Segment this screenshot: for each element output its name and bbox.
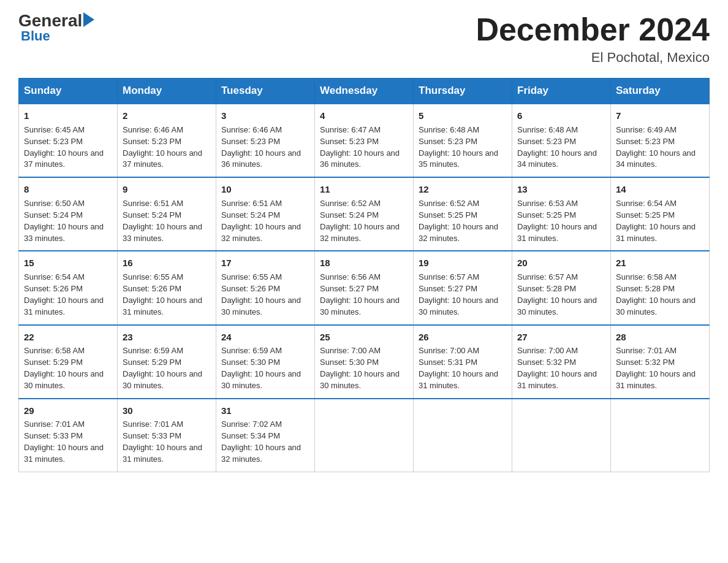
- day-info: Sunrise: 6:57 AMSunset: 5:27 PMDaylight:…: [419, 272, 498, 316]
- calendar-row: 29 Sunrise: 7:01 AMSunset: 5:33 PMDaylig…: [19, 399, 710, 472]
- logo-text-blue: Blue: [21, 28, 50, 44]
- logo-text-general: General: [18, 12, 82, 29]
- day-number: 26: [419, 331, 507, 344]
- table-row: 10 Sunrise: 6:51 AMSunset: 5:24 PMDaylig…: [216, 177, 315, 251]
- calendar-row: 22 Sunrise: 6:58 AMSunset: 5:29 PMDaylig…: [19, 325, 710, 399]
- day-info: Sunrise: 6:56 AMSunset: 5:27 PMDaylight:…: [320, 272, 400, 316]
- logo-arrow-icon: [83, 12, 94, 27]
- table-row: 29 Sunrise: 7:01 AMSunset: 5:33 PMDaylig…: [19, 399, 118, 472]
- day-info: Sunrise: 6:46 AMSunset: 5:23 PMDaylight:…: [123, 125, 202, 169]
- day-number: 22: [24, 331, 112, 344]
- col-sunday: Sunday: [19, 79, 118, 104]
- table-row: 12 Sunrise: 6:52 AMSunset: 5:25 PMDaylig…: [414, 177, 512, 251]
- table-row: 9 Sunrise: 6:51 AMSunset: 5:24 PMDayligh…: [118, 177, 216, 251]
- col-monday: Monday: [118, 79, 216, 104]
- table-row: 15 Sunrise: 6:54 AMSunset: 5:26 PMDaylig…: [19, 251, 118, 324]
- day-number: 6: [517, 109, 605, 123]
- day-info: Sunrise: 7:00 AMSunset: 5:32 PMDaylight:…: [517, 346, 597, 390]
- table-row: 4 Sunrise: 6:47 AMSunset: 5:23 PMDayligh…: [315, 104, 414, 177]
- day-number: 24: [221, 331, 309, 344]
- day-number: 19: [419, 256, 507, 270]
- day-number: 21: [616, 256, 704, 270]
- day-number: 7: [616, 109, 704, 123]
- header-row: Sunday Monday Tuesday Wednesday Thursday…: [19, 79, 710, 104]
- day-number: 18: [320, 256, 408, 270]
- day-info: Sunrise: 7:00 AMSunset: 5:30 PMDaylight:…: [320, 346, 400, 390]
- day-info: Sunrise: 6:54 AMSunset: 5:26 PMDaylight:…: [24, 272, 104, 316]
- table-row: 8 Sunrise: 6:50 AMSunset: 5:24 PMDayligh…: [19, 177, 118, 251]
- day-number: 15: [24, 256, 112, 270]
- table-row: 3 Sunrise: 6:46 AMSunset: 5:23 PMDayligh…: [216, 104, 315, 177]
- table-row: 19 Sunrise: 6:57 AMSunset: 5:27 PMDaylig…: [414, 251, 512, 324]
- table-row: 7 Sunrise: 6:49 AMSunset: 5:23 PMDayligh…: [611, 104, 710, 177]
- table-row: 27 Sunrise: 7:00 AMSunset: 5:32 PMDaylig…: [512, 325, 611, 399]
- table-row: 23 Sunrise: 6:59 AMSunset: 5:29 PMDaylig…: [118, 325, 216, 399]
- table-row: 2 Sunrise: 6:46 AMSunset: 5:23 PMDayligh…: [118, 104, 216, 177]
- title-section: December 2024 El Pochotal, Mexico: [476, 12, 710, 66]
- day-number: 23: [123, 331, 211, 344]
- day-info: Sunrise: 6:50 AMSunset: 5:24 PMDaylight:…: [24, 199, 104, 243]
- calendar-table: Sunday Monday Tuesday Wednesday Thursday…: [18, 78, 710, 472]
- day-info: Sunrise: 6:55 AMSunset: 5:26 PMDaylight:…: [221, 272, 301, 316]
- table-row: 30 Sunrise: 7:01 AMSunset: 5:33 PMDaylig…: [118, 399, 216, 472]
- table-row: 20 Sunrise: 6:57 AMSunset: 5:28 PMDaylig…: [512, 251, 611, 324]
- day-info: Sunrise: 7:02 AMSunset: 5:34 PMDaylight:…: [221, 419, 301, 464]
- table-row: 31 Sunrise: 7:02 AMSunset: 5:34 PMDaylig…: [216, 399, 315, 472]
- day-number: 25: [320, 331, 408, 344]
- location: El Pochotal, Mexico: [476, 50, 710, 66]
- day-number: 8: [24, 183, 112, 196]
- month-title: December 2024: [476, 12, 710, 47]
- day-info: Sunrise: 6:48 AMSunset: 5:23 PMDaylight:…: [419, 125, 498, 169]
- col-friday: Friday: [512, 79, 611, 104]
- table-row: [611, 399, 710, 472]
- day-number: 2: [123, 109, 211, 123]
- day-number: 4: [320, 109, 408, 123]
- day-info: Sunrise: 6:51 AMSunset: 5:24 PMDaylight:…: [123, 199, 202, 243]
- day-info: Sunrise: 6:52 AMSunset: 5:24 PMDaylight:…: [320, 199, 400, 243]
- table-row: [414, 399, 512, 472]
- table-row: 1 Sunrise: 6:45 AMSunset: 5:23 PMDayligh…: [19, 104, 118, 177]
- day-info: Sunrise: 7:01 AMSunset: 5:32 PMDaylight:…: [616, 346, 696, 390]
- day-number: 13: [517, 183, 605, 196]
- day-number: 16: [123, 256, 211, 270]
- day-number: 17: [221, 256, 309, 270]
- day-number: 1: [24, 109, 112, 123]
- table-row: 21 Sunrise: 6:58 AMSunset: 5:28 PMDaylig…: [611, 251, 710, 324]
- col-saturday: Saturday: [611, 79, 710, 104]
- col-wednesday: Wednesday: [315, 79, 414, 104]
- col-tuesday: Tuesday: [216, 79, 315, 104]
- day-info: Sunrise: 7:01 AMSunset: 5:33 PMDaylight:…: [24, 419, 104, 464]
- day-info: Sunrise: 6:49 AMSunset: 5:23 PMDaylight:…: [616, 125, 696, 169]
- table-row: 22 Sunrise: 6:58 AMSunset: 5:29 PMDaylig…: [19, 325, 118, 399]
- logo: General Blue: [18, 12, 94, 44]
- day-info: Sunrise: 6:46 AMSunset: 5:23 PMDaylight:…: [221, 125, 301, 169]
- day-info: Sunrise: 7:01 AMSunset: 5:33 PMDaylight:…: [123, 419, 202, 464]
- day-number: 20: [517, 256, 605, 270]
- day-info: Sunrise: 6:51 AMSunset: 5:24 PMDaylight:…: [221, 199, 301, 243]
- day-info: Sunrise: 6:54 AMSunset: 5:25 PMDaylight:…: [616, 199, 696, 243]
- day-number: 5: [419, 109, 507, 123]
- day-info: Sunrise: 6:45 AMSunset: 5:23 PMDaylight:…: [24, 125, 104, 169]
- day-info: Sunrise: 6:55 AMSunset: 5:26 PMDaylight:…: [123, 272, 202, 316]
- day-number: 3: [221, 109, 309, 123]
- table-row: 25 Sunrise: 7:00 AMSunset: 5:30 PMDaylig…: [315, 325, 414, 399]
- table-row: 26 Sunrise: 7:00 AMSunset: 5:31 PMDaylig…: [414, 325, 512, 399]
- day-info: Sunrise: 6:59 AMSunset: 5:29 PMDaylight:…: [123, 346, 202, 390]
- day-info: Sunrise: 6:57 AMSunset: 5:28 PMDaylight:…: [517, 272, 597, 316]
- table-row: 11 Sunrise: 6:52 AMSunset: 5:24 PMDaylig…: [315, 177, 414, 251]
- day-number: 11: [320, 183, 408, 196]
- day-info: Sunrise: 6:52 AMSunset: 5:25 PMDaylight:…: [419, 199, 498, 243]
- calendar-row: 8 Sunrise: 6:50 AMSunset: 5:24 PMDayligh…: [19, 177, 710, 251]
- day-number: 12: [419, 183, 507, 196]
- table-row: 14 Sunrise: 6:54 AMSunset: 5:25 PMDaylig…: [611, 177, 710, 251]
- table-row: 13 Sunrise: 6:53 AMSunset: 5:25 PMDaylig…: [512, 177, 611, 251]
- day-number: 30: [123, 404, 211, 418]
- day-number: 29: [24, 404, 112, 418]
- day-info: Sunrise: 6:58 AMSunset: 5:28 PMDaylight:…: [616, 272, 696, 316]
- day-info: Sunrise: 6:59 AMSunset: 5:30 PMDaylight:…: [221, 346, 301, 390]
- day-info: Sunrise: 6:58 AMSunset: 5:29 PMDaylight:…: [24, 346, 104, 390]
- table-row: 17 Sunrise: 6:55 AMSunset: 5:26 PMDaylig…: [216, 251, 315, 324]
- table-row: [512, 399, 611, 472]
- page-header: General Blue December 2024 El Pochotal, …: [18, 12, 710, 66]
- day-number: 31: [221, 404, 309, 418]
